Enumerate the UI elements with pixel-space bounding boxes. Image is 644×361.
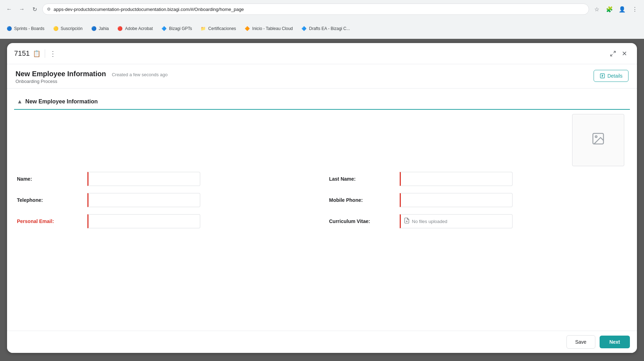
expand-button[interactable]: [607, 48, 619, 59]
section-chevron-icon: ▲: [17, 98, 23, 105]
field-col-mobile: Mobile Phone:: [329, 193, 627, 207]
menu-button[interactable]: ⋮: [630, 4, 640, 14]
profile-button[interactable]: 👤: [617, 4, 627, 14]
tab-certificaciones[interactable]: 📁 Certificaciones: [197, 23, 240, 34]
svg-line-0: [614, 51, 615, 53]
url-text: apps-dev-productdocumentation-productdoc…: [54, 7, 584, 12]
tab-tableau[interactable]: 🔶 Inicio - Tableau Cloud: [241, 23, 296, 34]
tab-favicon-jahia: 🔵: [91, 26, 97, 31]
photo-spacer: [17, 115, 627, 172]
tab-favicon-drafts: 🔷: [301, 26, 307, 31]
form-title-row: New Employee Information Created a few s…: [16, 70, 167, 78]
field-row-phone: Telephone: Mobile Phone:: [17, 193, 627, 207]
photo-icon: [591, 132, 605, 149]
details-icon: [600, 73, 605, 79]
back-button[interactable]: ←: [4, 4, 14, 14]
close-button[interactable]: ✕: [619, 48, 630, 59]
telephone-input[interactable]: [87, 193, 200, 207]
cv-label: Curriculum Vitae:: [329, 218, 400, 224]
tab-sprints[interactable]: 🔵 Sprints - Boards: [3, 23, 48, 34]
tab-adobe[interactable]: 🔴 Adobe Acrobat: [114, 23, 157, 34]
email-label: Personal Email:: [17, 218, 87, 224]
window-header: 7151 📋 ⋮ ✕: [7, 43, 637, 64]
svg-point-7: [595, 136, 597, 138]
tab-label-adobe: Adobe Acrobat: [125, 26, 153, 31]
form-fields-area: Name: Last Name: Telephone: Mob: [14, 110, 630, 255]
photo-placeholder[interactable]: [572, 114, 624, 166]
form-subtitle: Onboarding Process: [16, 79, 167, 84]
telephone-label: Telephone:: [17, 197, 87, 203]
field-col-email: Personal Email:: [17, 214, 315, 228]
svg-line-1: [611, 54, 612, 56]
tab-label-jahia: Jahia: [99, 26, 109, 31]
lastname-label: Last Name:: [329, 176, 400, 182]
header-divider: [45, 49, 45, 58]
tab-favicon-bizagi: 🔷: [161, 26, 167, 31]
field-row-email-cv: Personal Email: Curriculum Vitae:: [17, 214, 627, 228]
bottom-spacer: [17, 235, 627, 249]
address-bar[interactable]: ⚙ apps-dev-productdocumentation-productd…: [42, 4, 589, 15]
tab-label-suscripcion: Suscripción: [61, 26, 82, 31]
tab-label-tableau: Inicio - Tableau Cloud: [252, 26, 293, 31]
field-col-lastname: Last Name:: [329, 172, 627, 186]
tab-favicon-sprints: 🔵: [6, 26, 12, 31]
form-section: ▲ New Employee Information: [14, 94, 630, 255]
extensions-button[interactable]: 🧩: [605, 4, 614, 14]
tab-favicon-tableau: 🔶: [245, 26, 250, 31]
form-content: ▲ New Employee Information: [7, 89, 637, 331]
upload-icon: [404, 217, 410, 225]
section-title: New Employee Information: [25, 98, 98, 105]
more-options-icon[interactable]: ⋮: [49, 49, 56, 58]
name-input[interactable]: [87, 172, 200, 186]
tab-suscripcion[interactable]: 🟡 Suscripción: [49, 23, 86, 34]
form-title: New Employee Information: [16, 70, 106, 78]
tab-bizagi-gpts[interactable]: 🔷 Bizagi GPTs: [158, 23, 196, 34]
main-window: 7151 📋 ⋮ ✕ New Employee Information Crea…: [7, 43, 637, 353]
field-col-name: Name:: [17, 172, 315, 186]
tab-favicon-cert: 📁: [201, 26, 206, 31]
form-title-section: New Employee Information Created a few s…: [16, 70, 167, 84]
email-input[interactable]: [87, 214, 200, 228]
tab-favicon-adobe: 🔴: [117, 26, 123, 31]
save-button[interactable]: Save: [566, 335, 595, 349]
browser-actions: ☆ 🧩 👤 ⋮: [592, 4, 640, 14]
bookmark-button[interactable]: ☆: [592, 4, 602, 14]
name-label: Name:: [17, 176, 87, 182]
tab-label-cert: Certificaciones: [208, 26, 236, 31]
tab-label-sprints: Sprints - Boards: [14, 26, 44, 31]
browser-chrome: ← → ↻ ⚙ apps-dev-productdocumentation-pr…: [0, 0, 644, 39]
reload-button[interactable]: ↻: [30, 4, 39, 14]
cv-file-upload[interactable]: No files uploaded: [400, 214, 513, 228]
no-files-text: No files uploaded: [412, 219, 447, 224]
tab-label-bizagi: Bizagi GPTs: [169, 26, 192, 31]
details-button[interactable]: Details: [594, 70, 628, 82]
tab-drafts[interactable]: 🔷 Drafts EA - Bizagi C...: [298, 23, 354, 34]
window-footer: Save Next: [7, 331, 637, 353]
section-header[interactable]: ▲ New Employee Information: [14, 94, 630, 110]
form-created-text: Created a few seconds ago: [112, 72, 167, 77]
mobile-label: Mobile Phone:: [329, 197, 400, 203]
window-id: 7151: [14, 49, 30, 58]
lastname-input[interactable]: [400, 172, 513, 186]
field-row-name-lastname: Name: Last Name:: [17, 172, 627, 186]
forward-button[interactable]: →: [17, 4, 27, 14]
field-col-telephone: Telephone:: [17, 193, 315, 207]
copy-icon[interactable]: 📋: [33, 50, 41, 58]
browser-toolbar: ← → ↻ ⚙ apps-dev-productdocumentation-pr…: [0, 0, 644, 18]
browser-tabs-bar: 🔵 Sprints - Boards 🟡 Suscripción 🔵 Jahia…: [0, 18, 644, 39]
details-button-label: Details: [607, 73, 622, 79]
lock-icon: ⚙: [47, 7, 51, 12]
tab-jahia[interactable]: 🔵 Jahia: [87, 23, 112, 34]
tab-favicon-suscripcion: 🟡: [53, 26, 59, 31]
next-button[interactable]: Next: [600, 336, 630, 348]
tab-label-drafts: Drafts EA - Bizagi C...: [309, 26, 350, 31]
form-header: New Employee Information Created a few s…: [7, 64, 637, 89]
field-col-cv: Curriculum Vitae: No files upload: [329, 214, 627, 228]
mobile-input[interactable]: [400, 193, 513, 207]
